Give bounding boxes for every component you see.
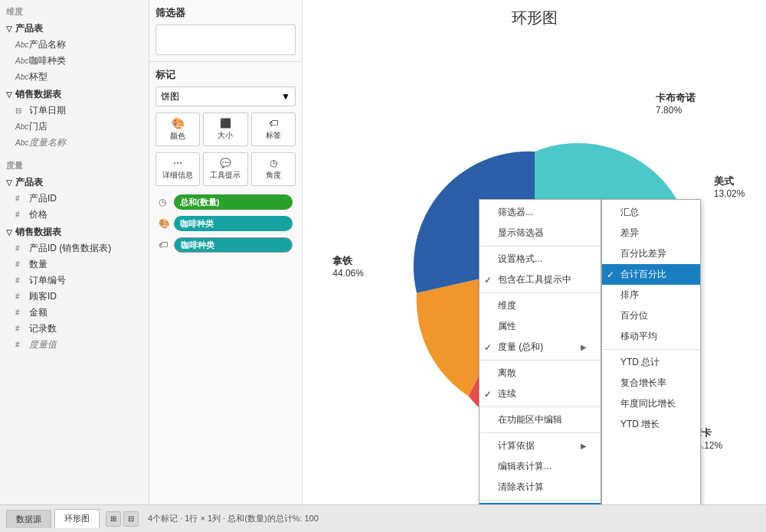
marks-icons-row2: ⋯ 详细信息 💬 工具提示 ◷ 角度 [155, 152, 296, 186]
size-button[interactable]: ⬛ 大小 [203, 113, 247, 146]
label-label: 标签 [266, 130, 281, 141]
submenu-rank[interactable]: 排序 [602, 285, 700, 305]
app-container: 维度 ▽ 产品表 Abc 产品名称 Abc 咖啡种类 Abc 杯型 ▽ 销售数据… [0, 0, 766, 532]
abc-icon: Abc [15, 57, 26, 65]
hash-icon: # [15, 194, 26, 203]
submenu-summary[interactable]: 汇总 [602, 202, 700, 223]
sales-table-meas-label: 销售数据表 [15, 226, 61, 239]
submenu-pct-diff[interactable]: 百分比差异 [602, 243, 700, 264]
menu-show-filter-label: 显示筛选器 [498, 227, 544, 240]
expand-icon: ▽ [6, 24, 12, 33]
submenu-yoy-label: 年度同比增长 [620, 397, 676, 410]
sep2 [480, 292, 601, 293]
menu-measure[interactable]: ✓ 度量 (总和) ▶ [480, 337, 601, 357]
add-sheet-button[interactable]: ⊞ [106, 511, 121, 527]
submenu-yoy[interactable]: 年度同比增长 [602, 393, 700, 414]
tab-datasource[interactable]: 数据源 [6, 510, 51, 528]
sum-qty-pill[interactable]: 总和(数量) [174, 194, 293, 210]
color-icon: 🎨 [172, 117, 185, 129]
coffee1-pill[interactable]: 咖啡种类 [174, 216, 293, 231]
submenu-cagr[interactable]: 复合增长率 [602, 373, 700, 393]
menu-attribute[interactable]: 属性 [480, 316, 601, 337]
menu-filter[interactable]: 筛选器... [480, 202, 601, 223]
menu-format[interactable]: 设置格式... [480, 249, 601, 269]
menu-discrete[interactable]: 离散 [480, 363, 601, 383]
middle-panel: 筛选器 标记 饼图 ▼ 🎨 颜色 ⬛ 大小 [149, 0, 303, 504]
sales-table-meas[interactable]: ▽ 销售数据表 [0, 223, 149, 240]
product-table-meas[interactable]: ▽ 产品表 [0, 173, 149, 191]
meas-price-label: 价格 [29, 208, 47, 221]
latte-label: 拿铁 [332, 254, 364, 268]
grid-view-button[interactable]: ⊟ [123, 511, 139, 527]
menu-filter-label: 筛选器... [498, 206, 533, 219]
menu-continuous-label: 连续 [498, 387, 516, 400]
dim-order-date-label: 订单日期 [29, 104, 66, 117]
color-button[interactable]: 🎨 颜色 [155, 113, 200, 146]
submenu-ytd-total[interactable]: YTD 总计 [602, 352, 700, 373]
menu-continuous[interactable]: ✓ 连续 [480, 383, 601, 404]
product-table-meas-label: 产品表 [15, 176, 43, 189]
menu-clear-table-calc[interactable]: 清除表计算 [480, 477, 601, 498]
menu-quick-table-calc[interactable]: → 快速表计算 ▶ [480, 503, 601, 504]
menu-edit-shelf[interactable]: 在功能区中编辑 [480, 410, 601, 430]
tab-icons: ⊞ ⊟ [106, 511, 139, 527]
meas-product-id-sales-label: 产品ID (销售数据表) [29, 242, 111, 255]
check-icon: ✓ [484, 342, 492, 353]
expand-icon: ▽ [6, 90, 12, 99]
dimensions-label: 维度 [0, 3, 149, 19]
angle-label: 角度 [266, 170, 281, 181]
meas-records-label: 记录数 [29, 322, 57, 335]
abc-icon: Abc [15, 73, 26, 81]
label-field-icon: 🏷 [159, 240, 171, 250]
marks-field-sum-qty: ◷ 总和(数量) [155, 192, 296, 212]
menu-dimension[interactable]: 维度 [480, 295, 601, 316]
meas-measure-value-label: 度量值 [29, 338, 57, 351]
detail-button[interactable]: ⋯ 详细信息 [155, 152, 200, 186]
product-table-dim[interactable]: ▽ 产品表 [0, 19, 149, 37]
sep4 [480, 406, 601, 407]
check-icon: ✓ [484, 389, 492, 400]
coffee2-label: 咖啡种类 [181, 240, 214, 251]
submenu-percentile[interactable]: 百分位 [602, 305, 700, 326]
expand-icon: ▽ [6, 178, 12, 187]
marks-fields: ◷ 总和(数量) 🎨 咖啡种类 🏷 咖啡种类 [155, 192, 296, 255]
abc-icon: Abc [15, 122, 26, 131]
meas-customer-id-label: 顾客ID [29, 290, 57, 303]
submenu-ytd-growth-label: YTD 增长 [620, 418, 660, 431]
label-icon: 🏷 [269, 118, 278, 129]
check-icon: ✓ [607, 269, 614, 280]
dim-measure-name: Abc 度量名称 [0, 135, 149, 151]
tab-donut-chart[interactable]: 环形图 [54, 509, 100, 528]
coffee2-pill[interactable]: 咖啡种类 [174, 237, 293, 253]
menu-show-filter[interactable]: 显示筛选器 [480, 223, 601, 243]
label-button[interactable]: 🏷 标签 [251, 113, 296, 146]
submenu-difference[interactable]: 差异 [602, 223, 700, 243]
add-sheet-icon: ⊞ [110, 514, 116, 523]
marks-type-dropdown[interactable]: 饼图 ▼ [155, 86, 296, 106]
filter-drop-zone[interactable] [155, 24, 296, 55]
meas-quantity: # 数量 [0, 256, 149, 273]
filter-section: 筛选器 [149, 0, 302, 62]
abc-icon: Abc [15, 139, 26, 147]
submenu-pct-total[interactable]: ✓ 合计百分比 [602, 264, 700, 285]
menu-edit-table-calc[interactable]: 编辑表计算... [480, 456, 601, 477]
dim-cup-type-label: 杯型 [29, 70, 47, 83]
submenu-moving-avg[interactable]: 移动平均 [602, 326, 700, 347]
meas-order-no: # 订单编号 [0, 273, 149, 289]
meas-amount: # 金额 [0, 305, 149, 321]
submenu-summary-label: 汇总 [620, 206, 639, 219]
menu-measure-label: 度量 (总和) [498, 341, 543, 354]
marks-field-coffee2: 🏷 咖啡种类 [155, 235, 296, 255]
meas-product-id-sales: # 产品ID (销售数据表) [0, 240, 149, 256]
americano-label-container: 美式 13.02% [714, 175, 745, 199]
menu-compute-using[interactable]: 计算依据 ▶ [480, 436, 601, 456]
meas-amount-label: 金额 [29, 306, 47, 319]
menu-include-tooltip[interactable]: ✓ 包含在工具提示中 [480, 269, 601, 290]
americano-label: 美式 [714, 175, 745, 188]
hash-icon: # [15, 325, 26, 333]
tooltip-button[interactable]: 💬 工具提示 [203, 152, 247, 186]
submenu-ytd-growth[interactable]: YTD 增长 [602, 414, 700, 435]
submenu-moving-avg-label: 移动平均 [620, 330, 657, 343]
sales-table-dim[interactable]: ▽ 销售数据表 [0, 85, 149, 103]
angle-button[interactable]: ◷ 角度 [251, 152, 296, 186]
